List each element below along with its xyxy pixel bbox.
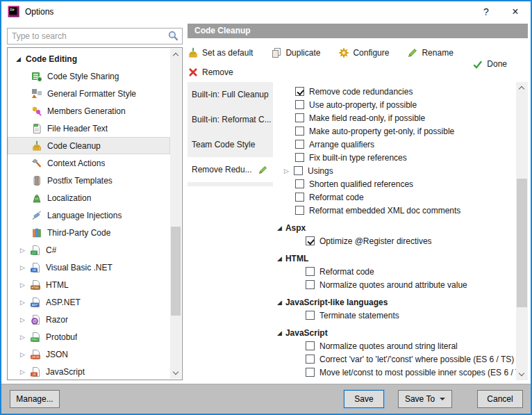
collapse-arrow-icon[interactable]: ▷ xyxy=(20,368,30,375)
search-input[interactable] xyxy=(8,31,167,41)
set-as-default-button[interactable]: Set as default xyxy=(188,47,253,58)
checkbox[interactable] xyxy=(295,193,304,202)
collapse-arrow-icon[interactable]: ▷ xyxy=(20,282,30,288)
expanded-triangle-icon[interactable]: ◢ xyxy=(277,225,282,231)
collapse-arrow-icon[interactable]: ▷ xyxy=(20,316,30,323)
configure-button[interactable]: Configure xyxy=(338,47,389,58)
sidebar-item-file-header-text[interactable]: File Header Text xyxy=(8,120,170,137)
manage-button[interactable]: Manage... xyxy=(10,390,60,408)
help-button[interactable]: ? xyxy=(475,1,497,22)
checkbox-checked[interactable] xyxy=(306,236,315,245)
profile-built-in-full-cleanup[interactable]: Built-in: Full Cleanup xyxy=(188,82,273,107)
checkbox-checked[interactable] xyxy=(295,87,304,96)
window-title: Options xyxy=(25,7,53,17)
checkbox[interactable] xyxy=(295,127,304,136)
checkbox[interactable] xyxy=(295,140,304,149)
collapse-arrow-icon[interactable]: ▷ xyxy=(20,247,30,254)
sidebar-item-visual-basic-net[interactable]: ▷VBVisual Basic .NET xyxy=(8,259,170,276)
checkbox[interactable] xyxy=(306,311,315,320)
tree-scrollbar[interactable] xyxy=(170,49,181,379)
checkbox[interactable] xyxy=(306,355,315,364)
expanded-triangle-icon[interactable]: ◢ xyxy=(277,329,282,336)
sidebar-item-general-formatter-style[interactable]: General Formatter Style xyxy=(8,85,170,102)
tree-scrollbar-thumb[interactable] xyxy=(171,227,181,316)
done-button[interactable]: Done xyxy=(472,57,507,71)
option-reformat-code[interactable]: Reformat code xyxy=(276,265,516,278)
checkbox[interactable] xyxy=(295,179,304,188)
collapse-arrow-icon[interactable]: ▷ xyxy=(20,351,30,358)
checkbox[interactable] xyxy=(295,100,304,109)
checkbox[interactable] xyxy=(295,206,304,215)
option-group-javascript-like-languages[interactable]: ◢JavaScript-like languages xyxy=(276,295,516,309)
options-scrollbar[interactable] xyxy=(516,82,528,380)
option-move-let-const-to-most-possible-inner-scopes-es-6-ts[interactable]: Move let/const to most possible inner sc… xyxy=(276,366,516,379)
expanded-triangle-icon[interactable]: ◢ xyxy=(277,299,282,306)
collapse-arrow-icon[interactable]: ▷ xyxy=(284,168,294,174)
option-use-auto-property-if-possible[interactable]: Use auto-property, if possible xyxy=(276,98,516,111)
sidebar-item-razor[interactable]: ▷@Razor xyxy=(8,311,170,328)
option-optimize-register-directives[interactable]: Optimize @Register directives xyxy=(276,234,516,247)
sidebar-item-context-actions[interactable]: Context Actions xyxy=(8,154,170,172)
scroll-down-icon[interactable] xyxy=(519,371,524,376)
sidebar-item-third-party-code[interactable]: Third-Party Code xyxy=(8,224,170,241)
option-group-aspx[interactable]: ◢Aspx xyxy=(276,221,516,234)
sidebar-item-json[interactable]: ▷JSONJSON xyxy=(8,345,170,363)
sidebar-item-code-editing[interactable]: ◢Code Editing xyxy=(8,50,170,67)
option-reformat-embedded-xml-doc-comments[interactable]: Reformat embedded XML doc comments xyxy=(276,204,516,217)
options-window: R# Options ? × ◢Code EditingCode Style S… xyxy=(0,0,532,415)
expanded-triangle-icon[interactable]: ◢ xyxy=(277,255,282,262)
sidebar-item-postfix-templates[interactable]: Postfix Templates xyxy=(8,172,170,189)
sidebar-item-html[interactable]: ▷HTMLHTML xyxy=(8,276,170,293)
checkbox[interactable] xyxy=(306,368,315,377)
edit-pencil-icon[interactable] xyxy=(258,165,268,175)
close-button[interactable]: × xyxy=(504,1,526,22)
sidebar-item-code-style-sharing[interactable]: Code Style Sharing xyxy=(8,67,170,85)
option-remove-code-redundancies[interactable]: Remove code redundancies xyxy=(276,85,516,98)
remove-button[interactable]: Remove xyxy=(188,67,233,78)
sidebar-item-protobuf[interactable]: ▷PROProtobuf xyxy=(8,328,170,345)
sidebar-item-code-cleanup[interactable]: Code Cleanup xyxy=(8,137,170,154)
duplicate-button[interactable]: Duplicate xyxy=(271,47,320,58)
sidebar-item-javascript[interactable]: ▷JSJavaScript xyxy=(8,363,170,380)
options-scrollbar-thumb[interactable] xyxy=(517,179,527,307)
save-to-button[interactable]: Save To xyxy=(398,390,452,408)
checkbox[interactable] xyxy=(295,153,304,162)
rename-button[interactable]: Rename xyxy=(407,47,453,58)
option-normalize-quotes-around-attribute-value[interactable]: Normalize quotes around attribute value xyxy=(276,278,516,291)
collapse-arrow-icon[interactable]: ▷ xyxy=(20,264,30,271)
option-fix-built-in-type-references[interactable]: Fix built-in type references xyxy=(276,151,516,164)
profile-built-in-reformat-c[interactable]: Built-in: Reformat C... xyxy=(188,107,273,132)
option-arrange-qualifiers[interactable]: Arrange qualifiers xyxy=(276,138,516,151)
checkbox[interactable] xyxy=(306,267,315,276)
option-make-auto-property-get-only-if-possible[interactable]: Make auto-property get-only, if possible xyxy=(276,124,516,138)
option-terminate-statements[interactable]: Terminate statements xyxy=(276,309,516,322)
option-group-html[interactable]: ◢HTML xyxy=(276,252,516,265)
checkbox[interactable] xyxy=(306,341,315,350)
save-button[interactable]: Save xyxy=(344,390,384,408)
scroll-down-icon[interactable] xyxy=(173,369,178,375)
profile-team-code-style[interactable]: Team Code Style xyxy=(188,132,273,157)
option-normalize-quotes-around-string-literal[interactable]: Normalize quotes around string literal xyxy=(276,339,516,352)
scroll-up-icon[interactable] xyxy=(519,86,524,92)
collapse-arrow-icon[interactable]: ▷ xyxy=(20,334,30,341)
option-group-javascript[interactable]: ◢JavaScript xyxy=(276,326,516,339)
option-make-field-read-only-if-possible[interactable]: Make field read-only, if possible xyxy=(276,111,516,124)
option-reformat-code[interactable]: Reformat code xyxy=(276,190,516,204)
checkbox[interactable] xyxy=(295,113,304,122)
search-icon[interactable] xyxy=(167,30,180,42)
option-shorten-qualified-references[interactable]: Shorten qualified references xyxy=(276,177,516,190)
option-group-label: Aspx xyxy=(285,223,306,233)
sidebar-item-c[interactable]: ▷C#C# xyxy=(8,241,170,259)
sidebar-item-members-generation[interactable]: Members Generation xyxy=(8,102,170,120)
profile-remove-redu[interactable]: Remove Redu... xyxy=(188,157,273,182)
checkbox[interactable] xyxy=(306,280,315,289)
sidebar-item-asp-net[interactable]: ▷ASPASP.NET xyxy=(8,293,170,311)
checkbox[interactable] xyxy=(294,166,303,175)
sidebar-item-language-injections[interactable]: Language Injections xyxy=(8,206,170,224)
option-correct-var-to-let-const-where-possible-es-6-ts[interactable]: Correct 'var' to 'let'/'const' where pos… xyxy=(276,352,516,366)
cancel-button[interactable]: Cancel xyxy=(477,390,523,408)
sidebar-item-localization[interactable]: Localization xyxy=(8,189,170,206)
option-usings[interactable]: ▷Usings xyxy=(276,164,516,177)
collapse-arrow-icon[interactable]: ▷ xyxy=(20,299,30,306)
scroll-up-icon[interactable] xyxy=(173,53,178,58)
